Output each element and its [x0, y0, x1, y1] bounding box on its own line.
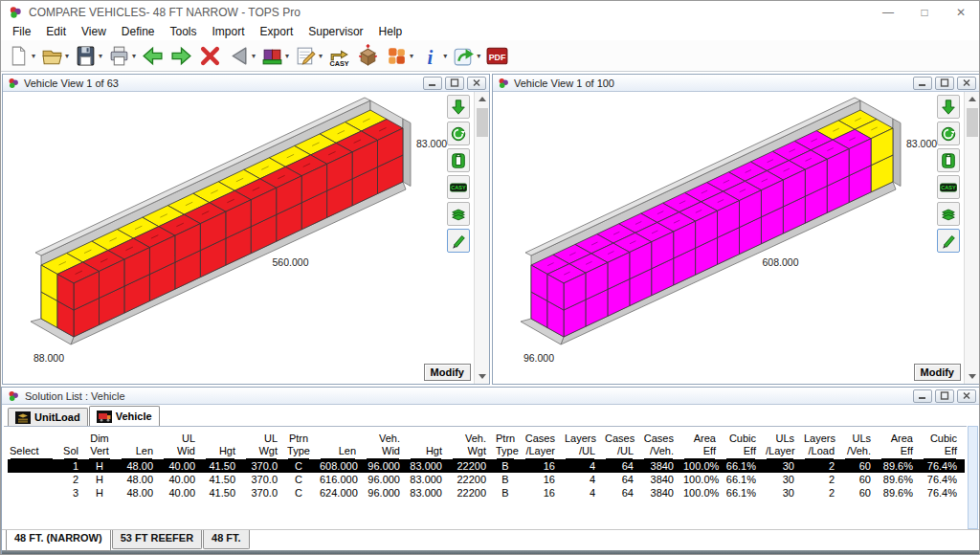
column-header-ul-wid[interactable]: ULWid	[161, 433, 203, 459]
toolbar-forward-button[interactable]	[168, 43, 194, 69]
dropdown-caret-icon[interactable]: ▾	[410, 52, 413, 60]
menu-view[interactable]: View	[74, 25, 114, 38]
tab-vehicle[interactable]: Vehicle	[89, 406, 160, 426]
down-arrow-button[interactable]	[937, 95, 960, 119]
dropdown-caret-icon[interactable]: ▾	[319, 52, 323, 60]
maximize-button[interactable]	[445, 77, 464, 90]
solution-row-2[interactable]: 2H48.0040.0041.50370.0C616.00096.00083.0…	[8, 473, 965, 486]
toolbar-package-button[interactable]	[355, 43, 381, 69]
pencil-button[interactable]	[937, 229, 960, 253]
column-header-layers-ul[interactable]: Layers/UL	[563, 433, 603, 459]
menu-file[interactable]: File	[5, 25, 38, 38]
column-header-uls-layer[interactable]: ULs/Layer	[764, 433, 802, 459]
vehicle-view-2-titlebar[interactable]: Vehicle View 1 of 100	[493, 75, 979, 92]
column-header-cubic-eff[interactable]: CubicEff	[921, 433, 965, 459]
column-header-area-eff[interactable]: AreaEff	[879, 433, 921, 459]
toolbar-print-button[interactable]: ▾	[106, 43, 137, 69]
close-icon[interactable]	[957, 389, 976, 403]
toolbar-export-share-button[interactable]: ▾	[451, 43, 481, 69]
column-header-ptrn-type[interactable]: PtrnType	[285, 433, 318, 459]
toolbar-new-button[interactable]: ▾	[6, 43, 36, 69]
down-arrow-button[interactable]	[447, 95, 470, 119]
vertical-scrollbar[interactable]	[474, 92, 489, 384]
menu-edit[interactable]: Edit	[38, 25, 74, 38]
toolbar-notes-button[interactable]: ▾	[293, 43, 323, 69]
rotate-button[interactable]	[447, 122, 470, 145]
menu-tools[interactable]: Tools	[163, 25, 205, 38]
dropdown-caret-icon[interactable]: ▾	[477, 52, 480, 60]
scroll-down-arrow[interactable]	[966, 369, 979, 384]
minimize-button[interactable]: —	[870, 1, 906, 23]
column-header-cases-layer[interactable]: Cases/Layer	[523, 433, 563, 459]
vehicle-tab-53-ft-reefer[interactable]: 53 FT REEFER	[112, 530, 202, 549]
column-header-hgt[interactable]: Hgt	[203, 433, 243, 459]
vehicle-view-1-titlebar[interactable]: Vehicle View 1 of 63	[3, 75, 489, 92]
toolbar-delete-button[interactable]	[197, 43, 223, 69]
close-button[interactable]: ✕	[943, 1, 979, 23]
scrollbar-thumb[interactable]	[477, 108, 488, 137]
column-header-uls-veh-[interactable]: ULs/Veh.	[842, 433, 879, 459]
toolbar-prev-solution-button[interactable]: ▾	[226, 43, 256, 69]
menu-define[interactable]: Define	[114, 25, 163, 38]
dropdown-caret-icon[interactable]: ▾	[285, 52, 289, 60]
vehicle-view-1-canvas[interactable]: 88.000560.00083.000 CASY Modify	[3, 92, 489, 384]
column-header-sol[interactable]: Sol	[61, 433, 86, 459]
clipboard-button[interactable]	[447, 148, 470, 172]
column-header-select[interactable]: Select	[8, 433, 61, 459]
scrollbar-thumb[interactable]	[967, 108, 978, 137]
column-header-veh-wid[interactable]: Veh.Wid	[364, 433, 408, 459]
solution-scrollbar[interactable]	[968, 426, 978, 529]
column-header-ul-wgt[interactable]: ULWgt	[243, 433, 285, 459]
column-header-cubic-eff[interactable]: CubicEff	[724, 433, 764, 459]
dropdown-caret-icon[interactable]: ▾	[132, 52, 136, 60]
maximize-button[interactable]	[935, 389, 954, 403]
casy-button[interactable]: CASY	[447, 175, 470, 199]
menu-import[interactable]: Import	[205, 25, 253, 38]
solution-row-3[interactable]: 3H48.0040.0041.50370.0C624.00096.00083.0…	[8, 486, 965, 500]
column-header-hgt[interactable]: Hgt	[408, 433, 450, 459]
minimize-button[interactable]	[913, 77, 932, 90]
menu-export[interactable]: Export	[253, 25, 301, 38]
toolbar-back-button[interactable]	[140, 43, 166, 69]
pencil-button[interactable]	[447, 229, 470, 253]
solution-row-1[interactable]: 1H48.0040.0041.50370.0C608.00096.00083.0…	[8, 459, 965, 473]
layers-button[interactable]	[447, 202, 470, 226]
solution-list-titlebar[interactable]: Solution List : Vehicle	[2, 388, 980, 405]
vehicle-tab-48-ft-[interactable]: 48 FT.	[203, 530, 250, 549]
column-header-len[interactable]: Len	[119, 433, 161, 459]
column-header-layers-load[interactable]: Layers/Load	[802, 433, 842, 459]
layers-button[interactable]	[937, 202, 960, 226]
toolbar-casy-button[interactable]: CASY	[326, 43, 352, 69]
vertical-scrollbar[interactable]	[964, 92, 979, 384]
vehicle-tab-48-ft-narrow-[interactable]: 48 FT. (NARROW)	[6, 530, 111, 551]
toolbar-pdf-button[interactable]: PDF	[484, 43, 510, 69]
toolbar-info-button[interactable]: i▾	[417, 43, 448, 69]
toolbar-pallet-button[interactable]: ▾	[259, 43, 290, 69]
column-header-veh-wgt[interactable]: Veh.Wgt	[450, 433, 494, 459]
close-icon[interactable]	[957, 77, 976, 90]
dropdown-caret-icon[interactable]: ▾	[65, 52, 69, 60]
toolbar-save-button[interactable]: ▾	[73, 43, 103, 69]
minimize-button[interactable]	[423, 77, 442, 90]
toolbar-office-button[interactable]: ▾	[384, 43, 414, 69]
dropdown-caret-icon[interactable]: ▾	[443, 52, 447, 60]
close-icon[interactable]	[467, 77, 486, 90]
scroll-down-arrow[interactable]	[476, 369, 489, 384]
dropdown-caret-icon[interactable]: ▾	[252, 52, 256, 60]
column-header-area-eff[interactable]: AreaEff	[681, 433, 724, 459]
column-header-len[interactable]: Len	[318, 433, 364, 459]
toolbar-open-button[interactable]: ▾	[39, 43, 70, 69]
maximize-button[interactable]	[935, 77, 954, 90]
modify-button[interactable]: Modify	[424, 364, 471, 381]
scroll-up-arrow[interactable]	[966, 92, 979, 106]
menu-help[interactable]: Help	[371, 25, 411, 38]
column-header-ptrn-type[interactable]: PtrnType	[494, 433, 523, 459]
clipboard-button[interactable]	[937, 148, 960, 172]
dropdown-caret-icon[interactable]: ▾	[32, 52, 35, 60]
column-header-cases-veh-[interactable]: Cases/Veh.	[641, 433, 681, 459]
menu-supervisor[interactable]: Supervisor	[301, 25, 370, 38]
vehicle-view-2-canvas[interactable]: 96.000608.00083.000 CASY Modify	[493, 92, 979, 384]
column-header-dim-vert[interactable]: DimVert	[86, 433, 119, 459]
maximize-button[interactable]: □	[906, 1, 943, 23]
rotate-button[interactable]	[937, 122, 960, 145]
